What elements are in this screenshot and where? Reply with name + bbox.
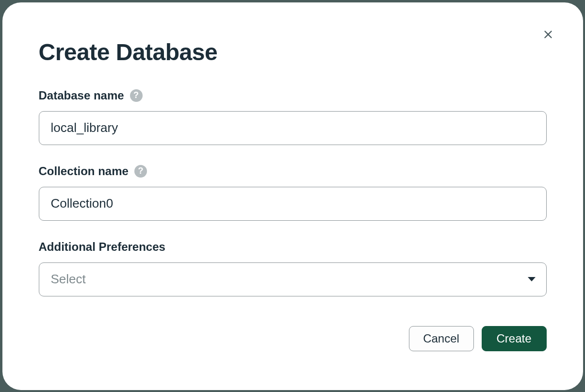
close-button[interactable] xyxy=(538,26,558,45)
preferences-select[interactable]: Select xyxy=(39,262,547,296)
help-icon[interactable]: ? xyxy=(130,89,143,102)
close-icon xyxy=(541,28,555,43)
create-database-modal: Create Database Database name ? Collecti… xyxy=(2,2,583,390)
create-button[interactable]: Create xyxy=(482,326,547,351)
collection-name-label: Collection name xyxy=(39,164,129,178)
preferences-group: Additional Preferences Select xyxy=(39,240,547,296)
collection-name-input[interactable] xyxy=(39,187,547,221)
modal-footer: Cancel Create xyxy=(409,326,547,351)
preferences-label: Additional Preferences xyxy=(39,240,165,254)
help-icon[interactable]: ? xyxy=(134,165,147,178)
database-name-label: Database name xyxy=(39,89,124,102)
preferences-placeholder: Select xyxy=(51,272,86,287)
database-name-input[interactable] xyxy=(39,111,547,145)
cancel-button[interactable]: Cancel xyxy=(409,326,474,351)
database-name-group: Database name ? xyxy=(39,89,547,145)
collection-name-group: Collection name ? xyxy=(39,164,547,221)
modal-title: Create Database xyxy=(39,39,547,65)
